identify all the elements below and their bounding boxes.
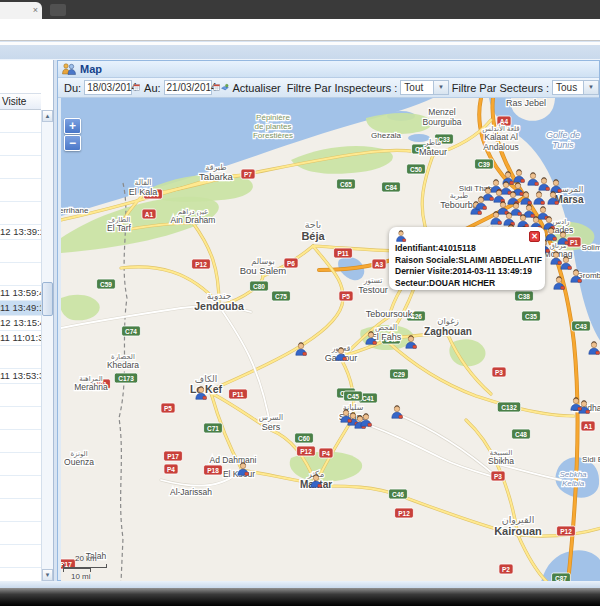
new-tab-button[interactable]	[50, 4, 66, 16]
road-badge: A3	[372, 259, 386, 269]
inspector-marker[interactable]	[589, 341, 600, 354]
browser-toolbar	[0, 19, 600, 41]
svg-text:Tabarka: Tabarka	[199, 171, 234, 182]
zoom-out-button[interactable]: −	[64, 135, 81, 151]
inspectors-combo[interactable]: Tout ▼	[400, 80, 449, 95]
map-place-label: Soliman	[582, 243, 600, 252]
road-badge: P11	[334, 248, 353, 258]
browser-tab[interactable]: ×	[0, 2, 42, 19]
grid-row[interactable]	[0, 346, 41, 369]
chevron-down-icon[interactable]: ▼	[433, 81, 448, 94]
grid-row[interactable]	[0, 522, 41, 545]
map-place-label: السرسSers	[259, 413, 283, 432]
grid-row[interactable]	[0, 545, 41, 568]
road-badge: C39	[475, 159, 494, 169]
inspector-marker[interactable]	[392, 405, 403, 418]
road-badge: C48	[512, 429, 531, 439]
road-badge: P5	[339, 291, 353, 301]
grid-row[interactable]	[0, 453, 41, 476]
grid-row[interactable]	[0, 407, 41, 430]
map-canvas[interactable]: C65C84C69C50C33C39C38C59C80C75C74C173C71…	[61, 98, 600, 582]
svg-text:Kalaat Al: Kalaat Al	[484, 132, 518, 142]
grid-row[interactable]: 12 13:39:10	[0, 225, 41, 240]
svg-text:Ad Dahmani: Ad Dahmani	[210, 455, 257, 465]
svg-text:C29: C29	[393, 371, 405, 378]
svg-text:الكاف: الكاف	[195, 374, 217, 384]
grid-row[interactable]	[0, 263, 41, 286]
svg-text:Sidi Bou: Sidi Bou	[582, 455, 600, 464]
svg-text:P5: P5	[342, 293, 350, 300]
tab-close-icon[interactable]: ×	[33, 4, 38, 16]
road-badge: P1	[567, 237, 581, 247]
grid-row[interactable]: 11 13:53:33	[0, 369, 41, 384]
sectors-combo[interactable]: Tous ▼	[552, 80, 599, 95]
grid-row[interactable]	[0, 240, 41, 263]
grid-column-header-visite[interactable]: Visite	[0, 93, 41, 110]
inspector-icon	[395, 230, 407, 242]
svg-text:Ouenza: Ouenza	[64, 457, 94, 467]
grid-row[interactable]	[0, 202, 41, 225]
scroll-down-icon[interactable]: ▼	[42, 569, 53, 581]
grid-row[interactable]	[0, 156, 41, 179]
grid-scrollbar[interactable]: ▲ ▼	[41, 110, 53, 581]
scroll-thumb[interactable]	[42, 282, 53, 316]
calendar-icon[interactable]	[133, 80, 141, 95]
grid-row[interactable]	[0, 499, 41, 522]
chevron-down-icon[interactable]: ▼	[583, 81, 598, 94]
svg-text:Bou Salem: Bou Salem	[240, 265, 287, 276]
road-badge: P11	[229, 389, 248, 399]
inspector-marker[interactable]	[528, 172, 539, 185]
inspector-marker[interactable]	[514, 169, 525, 182]
zoom-in-button[interactable]: +	[64, 118, 81, 134]
date-to-input[interactable]: 21/03/2014	[164, 80, 212, 95]
grid-row[interactable]: 11 11:01:38	[0, 331, 41, 346]
svg-text:Ras Jebel: Ras Jebel	[506, 98, 546, 108]
screen: × Visite 12 13:39:1011 13:59:4411 13:49:…	[0, 0, 600, 606]
inspector-marker[interactable]	[539, 177, 550, 190]
road-badge: C132	[497, 402, 520, 412]
road-badge: P5	[161, 403, 175, 413]
svg-text:طبربة: طبربة	[450, 191, 469, 200]
map-place-label: Sidi Bou	[582, 455, 600, 464]
grid-row[interactable]	[0, 430, 41, 453]
svg-text:Zaghouan: Zaghouan	[424, 326, 472, 337]
grid-row[interactable]: 11 13:49:19	[0, 301, 41, 316]
map-place-label: بوسالمBou Salem	[240, 257, 287, 277]
road-badge: A1	[142, 209, 156, 219]
road-badge: P18	[204, 465, 223, 475]
svg-text:Forestières: Forestières	[253, 131, 293, 140]
grid-row[interactable]	[0, 133, 41, 156]
svg-text:P11: P11	[337, 250, 349, 257]
grid-row[interactable]: 12 13:15:42	[0, 316, 41, 331]
grid-row[interactable]	[0, 384, 41, 407]
svg-text:P2: P2	[502, 566, 510, 573]
svg-text:C60: C60	[298, 435, 310, 442]
grid-row[interactable]	[0, 110, 41, 133]
svg-text:C43: C43	[575, 323, 587, 330]
map-place-label: Pépinièrede plantesForestières	[253, 113, 293, 140]
refresh-button[interactable]: Actualiser	[232, 82, 280, 94]
svg-text:تستور: تستور	[363, 276, 383, 285]
svg-text:Merahna: Merahna	[74, 382, 108, 392]
map-place-label: زغوانZaghouan	[424, 316, 472, 337]
map-place-label: Ras Jebel	[506, 98, 546, 108]
road-badge: C74	[122, 326, 141, 336]
svg-text:P7: P7	[244, 171, 252, 178]
inspector-marker[interactable]	[538, 206, 549, 219]
grid-row[interactable]: 11 13:59:44	[0, 286, 41, 301]
road-badge: C71	[204, 423, 223, 433]
calendar-icon[interactable]	[213, 80, 221, 95]
svg-text:de plantes: de plantes	[255, 122, 292, 131]
svg-text:C39: C39	[478, 161, 490, 168]
inspector-marker[interactable]	[534, 191, 545, 204]
grid-row[interactable]	[0, 179, 41, 202]
svg-text:الفحص: الفحص	[375, 323, 397, 332]
grid-row[interactable]	[0, 476, 41, 499]
info-window-close-icon[interactable]: ✕	[529, 231, 540, 242]
date-from-input[interactable]: 18/03/2014	[84, 80, 132, 95]
refresh-map-icon[interactable]	[221, 80, 229, 95]
svg-text:C48: C48	[515, 431, 527, 438]
svg-text:Sbikha: Sbikha	[488, 456, 514, 466]
svg-text:زغوان: زغوان	[437, 316, 459, 326]
scroll-up-icon[interactable]: ▲	[42, 110, 53, 122]
